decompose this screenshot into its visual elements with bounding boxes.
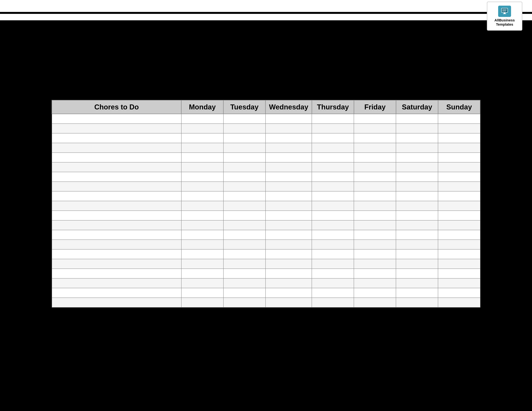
table-cell[interactable] [223,162,266,172]
table-cell[interactable] [266,298,312,307]
table-cell[interactable] [223,230,266,240]
table-cell[interactable] [396,153,438,162]
table-cell[interactable] [438,124,480,133]
table-cell[interactable] [52,143,181,153]
table-cell[interactable] [312,288,354,298]
table-cell[interactable] [396,240,438,249]
table-cell[interactable] [181,153,223,162]
table-cell[interactable] [52,211,181,220]
table-cell[interactable] [312,259,354,269]
table-cell[interactable] [354,201,396,211]
table-cell[interactable] [181,133,223,143]
table-cell[interactable] [52,259,181,269]
table-cell[interactable] [354,172,396,182]
table-cell[interactable] [181,201,223,211]
table-cell[interactable] [52,114,181,124]
table-cell[interactable] [181,124,223,133]
table-cell[interactable] [181,182,223,191]
table-cell[interactable] [438,259,480,269]
table-cell[interactable] [52,172,181,182]
table-cell[interactable] [181,211,223,220]
table-cell[interactable] [312,191,354,201]
table-cell[interactable] [438,201,480,211]
table-cell[interactable] [312,269,354,278]
table-cell[interactable] [52,249,181,259]
table-cell[interactable] [354,133,396,143]
table-cell[interactable] [354,278,396,288]
table-cell[interactable] [266,249,312,259]
table-cell[interactable] [438,230,480,240]
table-cell[interactable] [396,201,438,211]
table-cell[interactable] [52,230,181,240]
table-cell[interactable] [266,182,312,191]
table-cell[interactable] [312,153,354,162]
table-cell[interactable] [396,288,438,298]
table-cell[interactable] [52,288,181,298]
table-cell[interactable] [52,124,181,133]
table-cell[interactable] [266,143,312,153]
table-cell[interactable] [438,288,480,298]
table-cell[interactable] [396,133,438,143]
table-cell[interactable] [223,143,266,153]
table-cell[interactable] [181,259,223,269]
table-cell[interactable] [266,259,312,269]
table-cell[interactable] [52,240,181,249]
table-cell[interactable] [266,220,312,230]
table-cell[interactable] [52,298,181,307]
table-cell[interactable] [438,153,480,162]
logo-area[interactable]: AllBusiness Templates [487,2,522,31]
table-cell[interactable] [312,143,354,153]
table-cell[interactable] [438,133,480,143]
table-cell[interactable] [223,124,266,133]
table-cell[interactable] [266,114,312,124]
table-cell[interactable] [396,211,438,220]
table-cell[interactable] [312,240,354,249]
table-cell[interactable] [354,288,396,298]
table-cell[interactable] [52,153,181,162]
table-cell[interactable] [223,133,266,143]
table-cell[interactable] [181,298,223,307]
table-cell[interactable] [354,269,396,278]
table-cell[interactable] [438,172,480,182]
table-cell[interactable] [52,269,181,278]
table-cell[interactable] [396,278,438,288]
table-cell[interactable] [354,191,396,201]
table-cell[interactable] [312,114,354,124]
table-cell[interactable] [266,153,312,162]
table-cell[interactable] [312,230,354,240]
table-cell[interactable] [181,288,223,298]
table-cell[interactable] [312,172,354,182]
table-cell[interactable] [223,259,266,269]
table-cell[interactable] [354,298,396,307]
table-cell[interactable] [181,269,223,278]
table-cell[interactable] [354,124,396,133]
table-cell[interactable] [223,220,266,230]
table-cell[interactable] [223,269,266,278]
table-cell[interactable] [438,269,480,278]
table-cell[interactable] [438,162,480,172]
table-cell[interactable] [354,249,396,259]
table-cell[interactable] [223,298,266,307]
table-cell[interactable] [396,172,438,182]
table-cell[interactable] [354,182,396,191]
table-cell[interactable] [223,172,266,182]
table-cell[interactable] [312,249,354,259]
table-cell[interactable] [354,230,396,240]
table-cell[interactable] [354,153,396,162]
table-cell[interactable] [438,182,480,191]
table-cell[interactable] [266,162,312,172]
table-cell[interactable] [438,143,480,153]
table-cell[interactable] [52,162,181,172]
table-cell[interactable] [223,182,266,191]
table-cell[interactable] [396,259,438,269]
table-cell[interactable] [396,269,438,278]
table-cell[interactable] [266,191,312,201]
table-cell[interactable] [266,278,312,288]
table-cell[interactable] [438,191,480,201]
table-cell[interactable] [223,191,266,201]
table-cell[interactable] [52,278,181,288]
table-cell[interactable] [312,278,354,288]
table-cell[interactable] [438,278,480,288]
table-cell[interactable] [312,201,354,211]
table-cell[interactable] [266,124,312,133]
